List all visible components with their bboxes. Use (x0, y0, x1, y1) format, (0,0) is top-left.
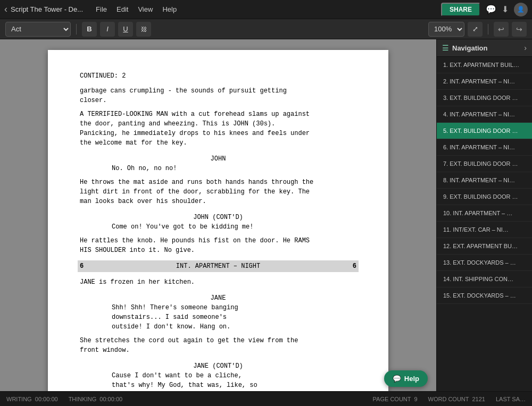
scene-6-number-right: 6 (353, 261, 356, 271)
action-4: He rattles the knob. He pounds his fist … (80, 236, 356, 255)
format-select[interactable]: Act Scene Heading Action Character Dialo… (5, 22, 71, 37)
navigation-list: 1. EXT. APARTMENT BUIL…2. INT. APARTMENT… (437, 57, 532, 391)
nav-item-9[interactable]: 9. EXT. BUILDING DOOR … (437, 189, 532, 205)
action-5: JANE is frozen in her kitchen. (80, 277, 356, 287)
expand-button[interactable]: ⤢ (468, 22, 483, 37)
john-character: JOHN (80, 154, 356, 164)
script-area[interactable]: CONTINUED: 2 garbage cans crumpling - th… (0, 39, 436, 391)
thinking-label: THINKING (69, 396, 97, 402)
nav-item-8[interactable]: 8. INT. APARTMENT – NI… (437, 172, 532, 189)
page-count-value: 9 (414, 396, 417, 402)
navigation-icon: ☰ (442, 44, 449, 52)
writing-status: WRITING 00:00:00 (6, 396, 58, 402)
menu-view[interactable]: View (138, 5, 153, 13)
word-count-value: 2121 (472, 396, 485, 402)
scene-6-label: INT. APARTMENT – NIGHT (176, 261, 260, 271)
nav-item-1[interactable]: 1. EXT. APARTMENT BUIL… (437, 57, 532, 73)
toolbar-separator-2 (488, 24, 488, 35)
nav-header-left: ☰ Navigation (442, 44, 487, 52)
menu-help[interactable]: Help (162, 5, 177, 13)
zoom-select[interactable]: 100% 75% 150% (428, 22, 464, 37)
scene-6-heading: 6 INT. APARTMENT – NIGHT 6 (78, 260, 359, 272)
link-button[interactable]: ⛓ (136, 22, 151, 37)
continued-label: CONTINUED: 2 (80, 71, 356, 81)
scene-6-number-left: 6 (80, 261, 84, 271)
menu-edit[interactable]: Edit (117, 5, 128, 13)
topbar-icons: 💬 ⬇ 👤 (486, 3, 528, 16)
nav-item-12[interactable]: 12. EXT. APARTMENT BU… (437, 238, 532, 255)
thinking-status: THINKING 00:00:00 (69, 396, 123, 402)
nav-item-14[interactable]: 14. INT. SHIPPING CON… (437, 271, 532, 287)
page-count-status: PAGE COUNT 9 (373, 396, 418, 402)
john-contd-character: JOHN (CONT'D) (80, 213, 356, 222)
download-icon[interactable]: ⬇ (502, 4, 509, 14)
writing-label: WRITING (6, 396, 32, 402)
underline-button[interactable]: U (118, 22, 133, 37)
action-3: He throws the mat aside and runs both ha… (80, 177, 356, 206)
redo-button[interactable]: ↪ (512, 22, 527, 37)
word-count-status: WORD COUNT 2121 (428, 396, 485, 402)
menu-bar: File Edit View Help (96, 5, 441, 13)
nav-item-15[interactable]: 15. EXT. DOCKYARDS – … (437, 287, 532, 304)
jane-contd-character: JANE (CONT'D) (80, 361, 356, 371)
navigation-header: ☰ Navigation › (437, 39, 532, 57)
nav-item-2[interactable]: 2. INT. APARTMENT – NI… (437, 73, 532, 90)
nav-item-4[interactable]: 4. INT. APARTMENT – NI… (437, 106, 532, 123)
jane-contd-dialogue: Cause I don't want to be a cliche,that's… (112, 371, 325, 391)
page-count-label: PAGE COUNT (373, 396, 411, 402)
top-bar: ‹ Script The Tower - De... File Edit Vie… (0, 0, 532, 19)
john-dialogue: No. Oh no, no no! (112, 164, 325, 173)
action-6: She stretches the cord out again to get … (80, 336, 356, 355)
help-icon: 💬 (393, 375, 401, 383)
toolbar-right: 100% 75% 150% ⤢ ↩ ↪ (428, 22, 527, 37)
last-saved-status: LAST SA… (496, 396, 526, 402)
john-contd-dialogue: Come on! You've got to be kidding me! (112, 222, 325, 232)
italic-button[interactable]: I (100, 22, 115, 37)
script-page: CONTINUED: 2 garbage cans crumpling - th… (48, 50, 388, 391)
toolbar-separator (76, 24, 77, 35)
writing-time: 00:00:00 (35, 396, 58, 402)
word-count-label: WORD COUNT (428, 396, 469, 402)
jane-dialogue: Shh! Shh! There's someone bangingdownsta… (112, 303, 325, 332)
main-area: CONTINUED: 2 garbage cans crumpling - th… (0, 39, 532, 391)
nav-expand-arrow[interactable]: › (524, 44, 527, 52)
navigation-panel: ☰ Navigation › 1. EXT. APARTMENT BUIL…2.… (436, 39, 532, 391)
nav-item-3[interactable]: 3. EXT. BUILDING DOOR … (437, 90, 532, 106)
help-label: Help (404, 375, 419, 383)
back-button[interactable]: ‹ (4, 4, 7, 15)
share-button[interactable]: SHARE (441, 3, 480, 16)
app-title: Script The Tower - De... (11, 5, 83, 13)
nav-item-7[interactable]: 7. EXT. BUILDING DOOR … (437, 156, 532, 172)
nav-item-13[interactable]: 13. EXT. DOCKYARDS – … (437, 255, 532, 271)
undo-button[interactable]: ↩ (494, 22, 509, 37)
nav-item-11[interactable]: 11. INT/EXT. CAR – NI… (437, 222, 532, 238)
jane-character: JANE (80, 293, 356, 303)
navigation-title: Navigation (452, 44, 487, 52)
action-1: garbage cans crumpling - the sounds of p… (80, 86, 356, 105)
help-button[interactable]: 💬 Help (384, 370, 428, 387)
comment-icon[interactable]: 💬 (486, 4, 496, 14)
avatar[interactable]: 👤 (514, 3, 528, 16)
nav-item-5[interactable]: 5. EXT. BUILDING DOOR … (437, 123, 532, 139)
status-right: PAGE COUNT 9 WORD COUNT 2121 LAST SA… (373, 396, 526, 402)
status-bar: WRITING 00:00:00 THINKING 00:00:00 PAGE … (0, 391, 532, 406)
menu-file[interactable]: File (96, 5, 107, 13)
nav-item-10[interactable]: 10. INT. APARTMENT – … (437, 205, 532, 222)
bold-button[interactable]: B (82, 22, 97, 37)
toolbar: Act Scene Heading Action Character Dialo… (0, 19, 532, 39)
nav-item-6[interactable]: 6. INT. APARTMENT – NI… (437, 139, 532, 156)
action-2: A TERRIFIED-LOOKING MAN with a cut foreh… (80, 109, 356, 148)
thinking-time: 00:00:00 (99, 396, 122, 402)
